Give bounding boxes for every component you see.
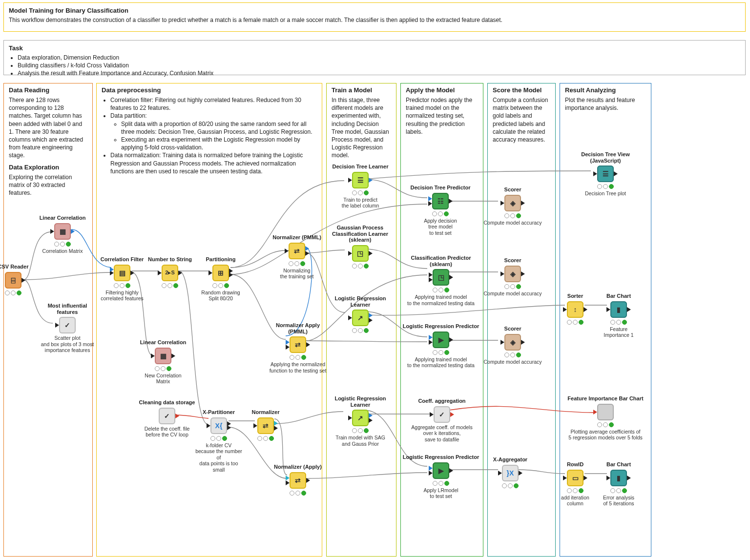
node-title: Logistic Regression Predictor xyxy=(402,454,480,460)
node-caption: Applying trained model to the normalized… xyxy=(402,294,480,306)
node-title: Normalizer (PMML) xyxy=(272,234,321,241)
node-logistic-regression-predictor-2[interactable]: Logistic Regression Predictor ▶ Apply LR… xyxy=(402,454,480,499)
predictor-icon: ◳ xyxy=(433,269,449,286)
node-caption: Random drawing Split 80/20 xyxy=(196,290,245,302)
section-text: There are 128 rows corresponding to 128 … xyxy=(9,96,87,160)
node-title: Normalizer Apply (PMML) xyxy=(269,322,327,334)
node-scorer-1[interactable]: Scorer ◈ Compute model accuracy xyxy=(483,187,542,226)
task-item: Building classifiers / k-fold Cross Vali… xyxy=(18,62,740,69)
node-title: Most influential features xyxy=(38,303,97,315)
node-x-partitioner[interactable]: X-Partitioner X{ k-folder CV because the… xyxy=(194,409,243,473)
node-bar-chart-1[interactable]: Bar Chart ▮ Feature Importance 1 xyxy=(597,293,641,338)
node-partitioning[interactable]: Partitioning ⊞ Random drawing Split 80/2… xyxy=(196,256,245,302)
metanode-icon: ✓ xyxy=(59,317,76,333)
node-cleaning-data-storage[interactable]: Cleaning data storage ✓ Delete the coeff… xyxy=(138,399,196,438)
status-lights xyxy=(483,284,542,289)
node-caption: Delete the coeff. file before the CV loo… xyxy=(138,426,196,438)
section-title: Data Reading xyxy=(9,86,87,94)
node-csv-reader[interactable]: CSV Reader ⌸ xyxy=(0,264,35,295)
node-normalizer-apply-2[interactable]: Normalizer (Apply) ⇄ xyxy=(273,464,322,496)
node-scorer-2[interactable]: Scorer ◈ Compute model accuracy xyxy=(483,257,542,296)
predictor-icon: ▶ xyxy=(433,462,449,479)
status-lights xyxy=(98,283,146,288)
node-sorter[interactable]: Sorter ↕ xyxy=(556,293,595,325)
node-title: Sorter xyxy=(556,293,595,299)
node-most-influential-features[interactable]: Most influential features ✓ Scatter plot… xyxy=(38,303,97,353)
status-lights xyxy=(326,328,395,333)
header-title: Model Training for Binary Classification xyxy=(9,7,740,14)
task-item: Data exploration, Dimension Reduction xyxy=(18,54,740,62)
correlation-icon: ▦ xyxy=(155,348,171,364)
node-caption: Apply LRmodel to test set xyxy=(402,487,480,499)
node-normalizer-2[interactable]: Normalizer ⇄ xyxy=(241,409,290,441)
section-text: Predictor nodes apply the trained model … xyxy=(406,96,478,136)
node-title: Logistic Regression Learner xyxy=(326,395,395,408)
status-lights xyxy=(0,290,35,295)
partition-icon: ⊞ xyxy=(212,265,229,281)
status-lights xyxy=(483,483,537,488)
bar-chart-icon: ▮ xyxy=(610,470,627,486)
node-title: Normalizer xyxy=(241,409,290,415)
node-gaussian-process-learner[interactable]: Gaussian Process Classification Learner … xyxy=(327,225,393,269)
node-linear-correlation-1[interactable]: Linear Correlation ▦ Correlation Matrix xyxy=(38,215,87,254)
header-text: This workflow demonstrates the construct… xyxy=(9,16,740,24)
node-title: Bar Chart xyxy=(597,293,641,299)
status-lights xyxy=(402,288,480,292)
node-scorer-3[interactable]: Scorer ◈ Compute model accuracy xyxy=(483,326,542,365)
node-feature-importance-bar-chart[interactable]: Feature Importance Bar Chart Plotting av… xyxy=(564,395,647,441)
node-title: Decision Tree Learner xyxy=(331,164,390,170)
node-coeff-aggregation[interactable]: Coeff. aggregation ✓ Aggregate coeff. of… xyxy=(405,398,479,442)
node-caption: Compute model accuracy xyxy=(483,290,542,297)
node-decision-tree-view[interactable]: Decision Tree View (JavaScript) ☰ Decisi… xyxy=(566,151,645,197)
node-caption: Decision Tree plot xyxy=(566,190,645,197)
status-lights xyxy=(194,436,243,441)
status-lights xyxy=(38,242,87,247)
node-title: Cleaning data storage xyxy=(138,399,196,406)
node-caption: Scatter plot and box plots of 3 most imp… xyxy=(38,335,97,353)
status-lights xyxy=(273,491,322,496)
normalize-icon: ⇄ xyxy=(257,417,274,434)
node-bar-chart-2[interactable]: Bar Chart ▮ Error analysis of 5 iteratio… xyxy=(597,461,641,507)
node-rowid[interactable]: RowID ▭ add iteration column xyxy=(556,461,595,507)
node-title: Coeff. aggregation xyxy=(405,398,479,404)
node-decision-tree-predictor[interactable]: Decision Tree Predictor ☷ Apply decision… xyxy=(406,185,475,236)
node-logistic-regression-learner-2[interactable]: Logistic Regression Learner ↗ Train mode… xyxy=(326,395,395,447)
rowid-icon: ▭ xyxy=(567,470,583,486)
node-title: Logistic Regression Learner xyxy=(326,295,395,308)
section-text: Plot the results and feature importance … xyxy=(565,96,646,112)
node-normalizer-apply-pmml[interactable]: Normalizer Apply (PMML) ⇄ Applying the n… xyxy=(269,322,327,373)
node-title: Decision Tree View (JavaScript) xyxy=(566,151,645,164)
section-title: Data preprocessing xyxy=(102,86,317,94)
node-classification-predictor[interactable]: Classification Predictor (sklearn) ◳ App… xyxy=(402,255,480,306)
node-logistic-regression-predictor-1[interactable]: Logistic Regression Predictor ▶ Applying… xyxy=(402,323,480,369)
metanode-icon: ✓ xyxy=(159,408,175,424)
node-title: Scorer xyxy=(483,257,542,264)
node-linear-correlation-2[interactable]: Linear Correlation ▦ New Correlation Mat… xyxy=(139,339,188,385)
status-lights xyxy=(331,190,390,195)
node-x-aggregator[interactable]: X-Aggregator }X xyxy=(483,456,537,488)
node-caption: add iteration column xyxy=(556,495,595,507)
workflow-canvas[interactable]: Model Training for Binary Classification… xyxy=(0,0,750,560)
node-correlation-filter[interactable]: Correlation Filter ▤ Filtering highly co… xyxy=(98,256,146,302)
status-lights xyxy=(402,350,480,355)
node-caption: Applying the normalized function to the … xyxy=(269,361,327,373)
regression-icon: ↗ xyxy=(352,310,369,326)
node-number-to-string[interactable]: Number to String 2▸S xyxy=(146,256,194,288)
node-decision-tree-learner[interactable]: Decision Tree Learner ☰ Train to predict… xyxy=(331,164,390,209)
node-normalizer-pmml[interactable]: Normalizer (PMML) ⇄ Normalizing the trai… xyxy=(272,234,321,280)
status-lights xyxy=(564,422,647,427)
status-lights xyxy=(556,320,595,325)
section-text: Compute a confusion matrix between the g… xyxy=(493,96,550,144)
bar-chart-icon: ▮ xyxy=(610,301,627,318)
header-annotation: Model Training for Binary Classification… xyxy=(3,2,746,32)
section-bullet: Data normalization: Training data is nor… xyxy=(110,151,317,175)
node-caption: Normalizing the training set xyxy=(272,268,321,280)
node-caption: Correlation Matrix xyxy=(38,248,87,254)
metanode-icon: ✓ xyxy=(434,406,450,423)
node-caption: New Correlation Matrix xyxy=(139,373,188,385)
node-logistic-regression-learner-1[interactable]: Logistic Regression Learner ↗ xyxy=(326,295,395,333)
section-subbullet: Split data with a proportion of 80/20 us… xyxy=(121,120,317,136)
scorer-icon: ◈ xyxy=(504,266,521,282)
section-title: Score the Model xyxy=(493,86,550,94)
node-caption: Error analysis of 5 iterations xyxy=(597,495,641,507)
